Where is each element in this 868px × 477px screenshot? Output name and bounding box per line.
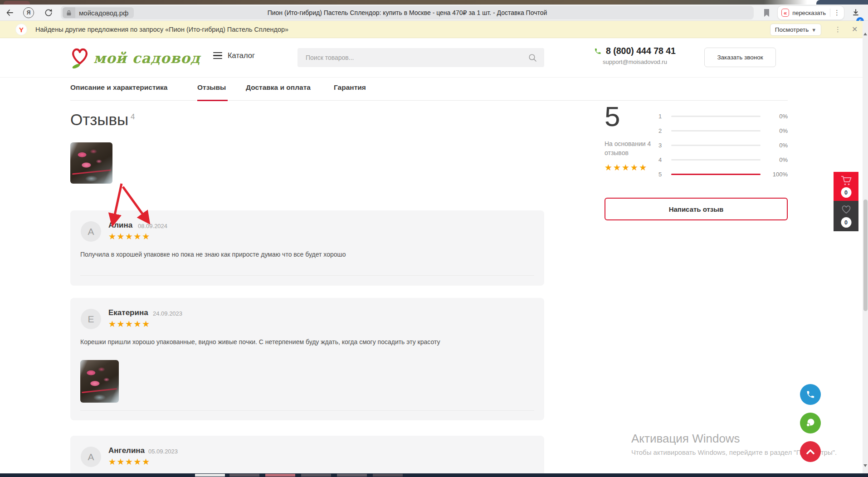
bar-track	[671, 130, 761, 131]
review-divider	[80, 410, 534, 411]
search-input[interactable]	[297, 54, 528, 61]
order-call-button[interactable]: Заказать звонок	[704, 48, 776, 67]
site-logo[interactable]: мой садовод	[69, 46, 200, 70]
review-text: Получила в хорошей упаковке но пока не з…	[80, 251, 346, 258]
bar-percent: 0%	[764, 127, 788, 134]
bar-track	[671, 174, 761, 175]
domain-pill[interactable]: мойсадовод.рф	[63, 7, 134, 18]
bar-score: 3	[658, 142, 662, 149]
page-title: Пион (Ито-гибрид) Пастель Сплендор: купи…	[61, 9, 754, 16]
avatar: Е	[81, 309, 101, 329]
bar-score: 5	[658, 171, 662, 178]
annotation-arrows	[99, 181, 162, 232]
lock-chip[interactable]	[63, 7, 75, 18]
scrollbar[interactable]	[863, 21, 868, 473]
taskbar-item[interactable]	[373, 474, 403, 477]
notification-text: Найдены другие предложения по запросу «П…	[35, 21, 288, 38]
retell-pill[interactable]: « пересказать ⋮	[777, 5, 844, 20]
review-divider	[80, 275, 534, 276]
url-bar[interactable]: Пион (Ито-гибрид) Пастель Сплендор: купи…	[61, 6, 754, 19]
taskbar-item[interactable]	[229, 474, 259, 477]
review-gallery-photo[interactable]	[70, 142, 112, 184]
back-button[interactable]	[4, 5, 16, 21]
notification-menu-dots[interactable]: ⋮	[834, 25, 841, 34]
product-tabs: Описание и характеристика Отзывы Доставк…	[70, 83, 788, 101]
notification-bar: Y Найдены другие предложения по запросу …	[0, 21, 863, 38]
lock-icon	[66, 10, 72, 16]
retell-label: пересказать	[792, 10, 826, 16]
review-text: Корешки пришли хорошо упакованные, видно…	[80, 338, 440, 346]
bookmark-button[interactable]	[761, 5, 772, 21]
review-date: 05.09.2023	[148, 448, 178, 455]
review-card: А Ангелина 05.09.2023 ★★★★★	[70, 436, 544, 477]
scrollbar-down-arrow[interactable]	[863, 464, 867, 467]
call-fab-button[interactable]	[800, 384, 821, 405]
view-offers-button[interactable]: Посмотреть ▼	[770, 24, 821, 36]
browser-tab-right[interactable]	[816, 0, 868, 5]
chevron-down-icon: ▼	[811, 27, 816, 33]
rating-bar-row: 3 0%	[658, 141, 788, 149]
review-photo[interactable]	[80, 360, 119, 403]
notification-close-icon[interactable]: ✕	[852, 25, 858, 34]
screen: Я Пион (Ито-гибрид) Пастель Сплендор: ку…	[0, 0, 868, 477]
chat-icon	[805, 418, 816, 428]
chevron-up-icon	[805, 448, 815, 455]
heart-logo-icon	[69, 46, 91, 70]
pill-separator	[830, 9, 830, 17]
scrollbar-up-arrow[interactable]	[863, 33, 867, 35]
scrollbar-thumb[interactable]	[863, 200, 868, 311]
tabs-baseline	[70, 100, 788, 101]
heart-icon	[841, 204, 852, 214]
rating-bar-row: 5 100%	[658, 170, 788, 178]
bar-track	[671, 116, 761, 117]
reviews-count: 4	[131, 112, 135, 122]
reviewer-name: Екатерина	[108, 308, 148, 317]
rating-bar-row: 2 0%	[658, 127, 788, 134]
bar-percent: 0%	[764, 142, 788, 149]
bar-percent: 100%	[764, 171, 788, 178]
browser-tabstrip	[0, 0, 868, 5]
catalog-label: Каталог	[228, 51, 255, 60]
chat-fab-button[interactable]	[800, 413, 821, 433]
download-icon	[852, 9, 860, 17]
taskbar-item[interactable]	[301, 474, 331, 477]
taskbar-item[interactable]	[195, 474, 225, 477]
retell-menu-dots[interactable]: ⋮	[834, 9, 840, 17]
bar-track	[671, 159, 761, 161]
search-icon[interactable]	[528, 54, 537, 62]
yandex-profile-button[interactable]: Я	[22, 5, 35, 21]
tab-delivery[interactable]: Доставка и оплата	[246, 83, 311, 92]
contact-block: 8 (800) 444 78 41 support@moisadovod.ru	[580, 46, 689, 65]
browser-toolbar: Я Пион (Ито-гибрид) Пастель Сплендор: ку…	[0, 5, 868, 21]
write-review-button[interactable]: Написать отзыв	[605, 198, 788, 220]
tab-warranty[interactable]: Гарантия	[334, 83, 366, 92]
review-stars: ★★★★★	[108, 231, 151, 242]
reviewer-name: Ангелина	[108, 446, 145, 455]
taskbar-sliver	[0, 473, 868, 477]
site-header: мой садовод Каталог 8 (800) 444 78 41 su…	[0, 38, 863, 78]
cart-widget[interactable]: 0	[834, 172, 858, 201]
reviews-heading: Отзывы	[70, 111, 128, 129]
tab-reviews[interactable]: Отзывы	[197, 83, 226, 92]
phone-icon	[594, 48, 601, 55]
favorites-widget[interactable]: 0	[834, 201, 858, 231]
rating-bar-row: 4 0%	[658, 156, 788, 163]
review-stars: ★★★★★	[108, 319, 151, 329]
back-arrow-icon	[5, 8, 15, 17]
scroll-top-fab-button[interactable]	[800, 441, 821, 462]
tab-description[interactable]: Описание и характеристика	[70, 83, 167, 92]
cart-icon	[840, 175, 852, 186]
bar-track	[671, 145, 761, 146]
bar-percent: 0%	[764, 113, 788, 120]
bar-score: 4	[658, 156, 662, 163]
support-email[interactable]: support@moisadovod.ru	[580, 58, 689, 65]
phone-number[interactable]: 8 (800) 444 78 41	[606, 46, 676, 56]
refresh-button[interactable]	[42, 5, 55, 21]
browser-tab-left[interactable]	[4, 1, 30, 5]
taskbar-item[interactable]	[265, 474, 295, 477]
hamburger-icon	[213, 52, 222, 59]
taskbar-item[interactable]	[337, 474, 367, 477]
summary-stars: ★★★★★	[605, 162, 648, 173]
catalog-menu-button[interactable]: Каталог	[213, 51, 255, 60]
phone-fab-icon	[806, 390, 815, 399]
